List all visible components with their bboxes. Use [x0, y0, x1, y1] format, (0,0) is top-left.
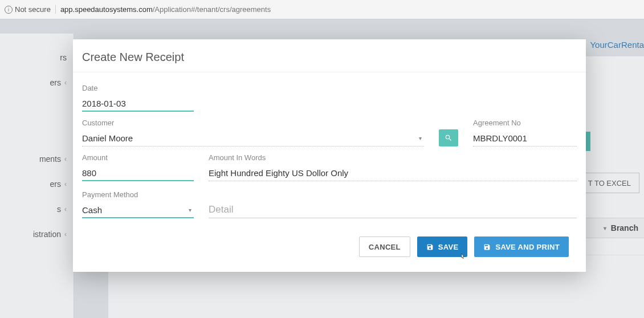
customer-value: Daniel Moore — [82, 133, 133, 143]
cancel-label: CANCEL — [369, 243, 401, 251]
security-status[interactable]: i Not secure — [5, 5, 56, 14]
save-label: SAVE — [438, 243, 459, 251]
chevron-down-icon[interactable]: ▾ — [419, 135, 424, 141]
modal-title: Create New Receipt — [73, 39, 586, 72]
amount-value: 880 — [82, 168, 96, 178]
save-button[interactable]: SAVE — [417, 237, 468, 257]
agreement-label: Agreement No — [473, 119, 577, 127]
save-icon — [483, 243, 491, 251]
url-host: app.speedautosystems.com — [60, 5, 153, 14]
amount-words-field: Amount In Words Eight Hundred Eighty US … — [209, 153, 577, 181]
payment-method-field[interactable]: Payment Method Cash ▾ — [82, 190, 194, 218]
customer-search-button[interactable] — [439, 129, 458, 146]
amount-label: Amount — [82, 153, 194, 162]
modal-footer: CANCEL SAVE SAVE AND PRINT — [73, 226, 586, 272]
search-icon — [445, 134, 453, 142]
url-display[interactable]: app.speedautosystems.com/Application#/te… — [60, 5, 271, 14]
customer-field[interactable]: Customer Daniel Moore ▾ — [82, 119, 424, 146]
agreement-value: MBRDLY0001 — [473, 133, 527, 143]
browser-address-bar: i Not secure app.speedautosystems.com/Ap… — [0, 0, 644, 19]
create-receipt-modal: Create New Receipt Date 2018-01-03 Custo… — [73, 39, 586, 272]
date-label: Date — [82, 84, 194, 92]
agreement-field[interactable]: Agreement No MBRDLY0001 — [473, 119, 577, 146]
info-icon: i — [5, 6, 13, 14]
security-label: Not secure — [15, 5, 51, 14]
payment-method-label: Payment Method — [82, 190, 194, 199]
cancel-button[interactable]: CANCEL — [359, 237, 410, 257]
save-and-print-button[interactable]: SAVE AND PRINT — [474, 237, 569, 257]
amount-words-value: Eight Hundred Eighty US Dollor Only — [209, 168, 348, 178]
save-icon — [426, 243, 434, 251]
chevron-down-icon[interactable]: ▾ — [189, 207, 194, 213]
customer-label: Customer — [82, 119, 424, 127]
url-path: /Application#/tenant/crs/agreements — [153, 5, 271, 14]
payment-method-value: Cash — [82, 205, 102, 215]
date-value: 2018-01-03 — [82, 99, 126, 108]
date-field[interactable]: Date 2018-01-03 — [82, 84, 194, 112]
detail-input[interactable]: Detail — [209, 201, 577, 218]
amount-field[interactable]: Amount 880 — [82, 153, 194, 181]
pointer-cursor-icon — [459, 253, 466, 260]
detail-placeholder: Detail — [209, 204, 233, 215]
save-print-label: SAVE AND PRINT — [495, 243, 560, 251]
amount-words-label: Amount In Words — [209, 153, 577, 162]
